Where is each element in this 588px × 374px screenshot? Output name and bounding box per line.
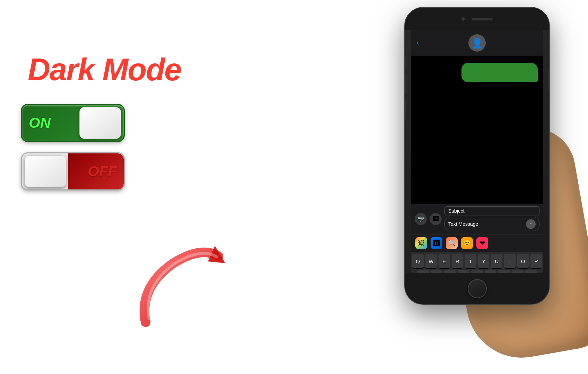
key-s[interactable]: S (431, 270, 442, 273)
input-row: 📷 🅰 Subject Text Message ↑ (411, 204, 543, 234)
key-p[interactable]: P (530, 254, 542, 268)
earpiece (472, 18, 493, 20)
front-camera (461, 17, 465, 21)
phone-screen: ‹ 👤 › 📷 🅰 Subject (411, 30, 543, 273)
page-title: Dark Mode (28, 52, 181, 88)
key-q[interactable]: Q (412, 254, 424, 268)
red-arrow-icon (118, 235, 232, 339)
phone-frame: ‹ 👤 › 📷 🅰 Subject (404, 7, 550, 305)
key-f[interactable]: F (458, 270, 469, 273)
toggles-container: ON OFF (21, 104, 125, 190)
toggle-on-knob (79, 107, 121, 139)
toggle-on[interactable]: ON (21, 104, 125, 142)
apps-button[interactable]: 🅰 (430, 213, 442, 225)
messages-header: ‹ 👤 › (411, 30, 543, 56)
subject-field[interactable]: Subject (444, 206, 539, 215)
chevron-down-icon: › (476, 50, 477, 54)
avatar-icon: 👤 (471, 37, 483, 49)
volume-up-button (404, 73, 406, 94)
phone-bottom (405, 273, 549, 304)
send-button[interactable]: ↑ (526, 219, 536, 229)
toggle-off-knob (25, 155, 66, 187)
volume-down-button (404, 99, 406, 120)
key-e[interactable]: E (439, 254, 450, 268)
appstore-icon[interactable]: 🅰 (431, 237, 442, 249)
message-bubble (461, 63, 538, 82)
key-a[interactable]: A (417, 270, 429, 273)
key-w[interactable]: W (425, 254, 437, 268)
search-icon[interactable]: 🔍 (446, 237, 458, 249)
key-i[interactable]: I (504, 254, 516, 268)
input-area: 📷 🅰 Subject Text Message ↑ 🖼 (411, 204, 543, 273)
keyboard: Q W E R T Y U I O P A S (411, 252, 543, 273)
text-message-field[interactable]: Text Message ↑ (444, 217, 539, 231)
photos-app-icon[interactable]: 🖼 (415, 237, 427, 249)
text-input-wrapper: Subject Text Message ↑ (444, 206, 539, 231)
key-h[interactable]: H (485, 270, 496, 273)
power-button (548, 70, 550, 91)
keyboard-row-2: A S D F G H J K L (412, 270, 542, 273)
subject-label: Subject (448, 208, 465, 214)
toggle-off-label: OFF (88, 163, 117, 180)
toggle-off-right: OFF (68, 153, 124, 189)
app-icons-row: 🖼 🅰 🔍 😊 ❤ (411, 234, 543, 252)
key-y[interactable]: Y (478, 254, 490, 268)
phone-container: ‹ 👤 › 📷 🅰 Subject (394, 7, 560, 346)
keyboard-row-1: Q W E R T Y U I O P (412, 254, 542, 268)
key-t[interactable]: T (465, 254, 476, 268)
camera-button[interactable]: 📷 (415, 213, 427, 225)
key-l[interactable]: L (525, 270, 537, 273)
mute-button (404, 56, 406, 68)
contact-avatar[interactable]: 👤 (468, 34, 486, 52)
message-area (411, 56, 543, 204)
key-r[interactable]: R (452, 254, 463, 268)
toggle-on-label: ON (29, 115, 51, 131)
toggle-off[interactable]: OFF (21, 152, 125, 190)
back-button[interactable]: ‹ (416, 38, 419, 47)
memoji-icon[interactable]: 😊 (461, 237, 473, 249)
key-j[interactable]: J (498, 270, 510, 273)
key-k[interactable]: K (512, 270, 524, 273)
key-d[interactable]: D (444, 270, 456, 273)
key-o[interactable]: O (517, 254, 529, 268)
home-button[interactable] (468, 279, 487, 298)
phone-top-bar (405, 8, 549, 30)
text-message-label: Text Message (448, 221, 478, 227)
key-u[interactable]: U (491, 254, 502, 268)
heart-icon[interactable]: ❤ (476, 237, 488, 249)
key-g[interactable]: G (471, 270, 483, 273)
